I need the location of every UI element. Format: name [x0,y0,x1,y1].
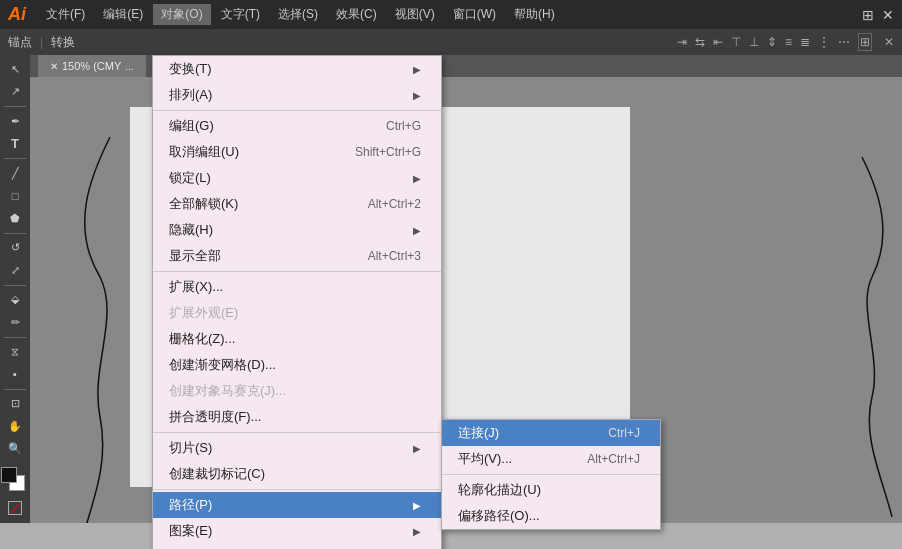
sep-2 [153,271,441,272]
menu-item-blend[interactable]: 混合(B) ▶ [153,544,441,549]
menu-item-ungroup[interactable]: 取消编组(U) Shift+Ctrl+G [153,139,441,165]
menu-file[interactable]: 文件(F) [38,4,93,25]
foreground-color-box[interactable] [1,467,17,483]
grid-icon[interactable]: ⊞ [862,7,874,23]
align-icon-5[interactable]: ⊥ [749,35,759,49]
menu-item-obj-mosaic[interactable]: 创建对象马赛克(J)... [153,378,441,404]
transform-label: 转换 [51,34,75,51]
menu-item-expand-appearance[interactable]: 扩展外观(E) [153,300,441,326]
submenu-item-join[interactable]: 连接(J) Ctrl+J [442,420,660,446]
close-icon[interactable]: ✕ [882,7,894,23]
menu-object[interactable]: 对象(O) [153,4,210,25]
scale-tool[interactable]: ⤢ [3,260,27,281]
menu-item-show-all[interactable]: 显示全部 Alt+Ctrl+3 [153,243,441,269]
hand-tool[interactable]: ✋ [3,416,27,437]
color-boxes [1,467,29,495]
menu-item-group[interactable]: 编组(G) Ctrl+G [153,113,441,139]
align-icon-6[interactable]: ⇕ [767,35,777,49]
tool-divider-4 [4,285,26,286]
align-icon-3[interactable]: ⇤ [713,35,723,49]
tool-divider-6 [4,389,26,390]
rotate-tool[interactable]: ↺ [3,238,27,259]
menu-select[interactable]: 选择(S) [270,4,326,25]
canvas-tab[interactable]: ✕ 150% (CMY ... [38,55,147,77]
left-toolbar: ↖ ↗ ✒ T ╱ □ ⬟ ↺ ⤢ ⬙ ✏ ⧖ ▪ ⊡ ✋ 🔍 [0,55,30,523]
submenu-item-average[interactable]: 平均(V)... Alt+Ctrl+J [442,446,660,472]
path-left [30,77,150,523]
menu-edit[interactable]: 编辑(E) [95,4,151,25]
menu-item-rasterize[interactable]: 栅格化(Z)... [153,326,441,352]
zoom-tool[interactable]: 🔍 [3,439,27,460]
pen-tool[interactable]: ✒ [3,111,27,132]
path-right [802,77,902,523]
submenu-item-offset-path[interactable]: 偏移路径(O)... [442,503,660,529]
tool-divider-5 [4,337,26,338]
submenu-item-outline-stroke[interactable]: 轮廓化描边(U) [442,477,660,503]
menu-item-lock[interactable]: 锁定(L) ▶ [153,165,441,191]
canvas-tab-label: 150% (CMY [62,60,121,72]
rect-tool[interactable]: □ [3,186,27,207]
align-icon-2[interactable]: ⇆ [695,35,705,49]
path-submenu: 连接(J) Ctrl+J 平均(V)... Alt+Ctrl+J 轮廓化描边(U… [441,419,661,530]
type-tool[interactable]: T [3,134,27,155]
menu-text[interactable]: 文字(T) [213,4,268,25]
paint-tool[interactable]: ⬟ [3,208,27,229]
select-tool[interactable]: ↖ [3,59,27,80]
menu-item-transform[interactable]: 变换(T) ▶ [153,56,441,82]
align-icon-7[interactable]: ≡ [785,35,792,49]
title-bar: Ai 文件(F) 编辑(E) 对象(O) 文字(T) 选择(S) 效果(C) 视… [0,0,902,29]
menu-item-pattern[interactable]: 图案(E) ▶ [153,518,441,544]
menu-item-expand[interactable]: 扩展(X)... [153,274,441,300]
slice-tool[interactable]: ⊡ [3,394,27,415]
menu-bar: 文件(F) 编辑(E) 对象(O) 文字(T) 选择(S) 效果(C) 视图(V… [38,4,563,25]
menu-view[interactable]: 视图(V) [387,4,443,25]
grid-view-icon[interactable]: ⊞ [858,33,872,51]
align-icon-9[interactable]: ⋮ [818,35,830,49]
sep-4 [153,489,441,490]
menu-effect[interactable]: 效果(C) [328,4,385,25]
object-menu: 变换(T) ▶ 排列(A) ▶ 编组(G) Ctrl+G 取消编组(U) Shi… [152,55,442,549]
menu-item-gradient-mesh[interactable]: 创建渐变网格(D)... [153,352,441,378]
canvas-tab-close[interactable]: ✕ [50,61,58,72]
menu-item-arrange[interactable]: 排列(A) ▶ [153,82,441,108]
blend-tool[interactable]: ⧖ [3,342,27,363]
anchor-label: 锚点 [8,34,32,51]
tool-divider-3 [4,233,26,234]
align-icon-10[interactable]: ⋯ [838,35,850,49]
align-icon-4[interactable]: ⊤ [731,35,741,49]
align-icon-1[interactable]: ⇥ [677,35,687,49]
close-btn[interactable]: ✕ [884,35,894,49]
tool-divider-1 [4,106,26,107]
sep-1 [153,110,441,111]
menu-item-unlock[interactable]: 全部解锁(K) Alt+Ctrl+2 [153,191,441,217]
canvas-tab-dots: ... [125,61,133,72]
menu-window[interactable]: 窗口(W) [445,4,504,25]
app-logo: Ai [8,4,26,25]
tool-divider-2 [4,158,26,159]
none-icon[interactable] [8,501,22,515]
menu-help[interactable]: 帮助(H) [506,4,563,25]
eyedropper-tool[interactable]: ✏ [3,312,27,333]
path-sep-1 [442,474,660,475]
line-tool[interactable]: ╱ [3,163,27,184]
chart-tool[interactable]: ▪ [3,364,27,385]
menu-item-slice[interactable]: 切片(S) ▶ [153,435,441,461]
menu-item-hide[interactable]: 隐藏(H) ▶ [153,217,441,243]
menu-item-path[interactable]: 路径(P) ▶ [153,492,441,518]
sep-3 [153,432,441,433]
direct-select-tool[interactable]: ↗ [3,82,27,103]
menu-item-flatten[interactable]: 拼合透明度(F)... [153,404,441,430]
paintbucket-tool[interactable]: ⬙ [3,290,27,311]
properties-bar: 锚点 | 转换 ⇥ ⇆ ⇤ ⊤ ⊥ ⇕ ≡ ≣ ⋮ ⋯ ⊞ ✕ [0,29,902,55]
align-icon-8[interactable]: ≣ [800,35,810,49]
menu-item-create-slice[interactable]: 创建裁切标记(C) [153,461,441,487]
